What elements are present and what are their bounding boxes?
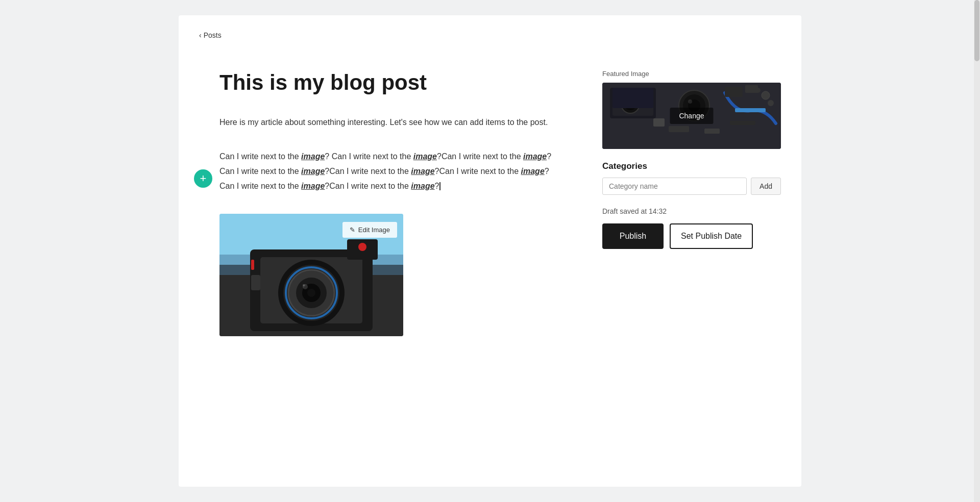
post-body-text[interactable]: Can I write next to the image? Can I wri…	[219, 149, 582, 193]
post-embedded-image: ✎ Edit Image	[219, 214, 403, 336]
publish-actions-row: Publish Set Publish Date	[602, 223, 781, 249]
image-link-8[interactable]: image	[411, 182, 434, 190]
edit-image-button[interactable]: ✎ Edit Image	[342, 222, 397, 238]
set-publish-date-button[interactable]: Set Publish Date	[670, 223, 753, 249]
image-link-3[interactable]: image	[523, 152, 547, 161]
svg-point-22	[624, 98, 636, 110]
svg-point-36	[688, 99, 692, 104]
image-link-4[interactable]: image	[301, 167, 325, 175]
back-link-label: Posts	[204, 31, 222, 39]
publish-button[interactable]: Publish	[602, 223, 664, 249]
svg-rect-35	[745, 85, 758, 93]
svg-rect-34	[725, 87, 743, 97]
svg-point-31	[762, 91, 770, 99]
featured-image-container: Change	[602, 83, 781, 149]
image-link-5[interactable]: image	[411, 167, 434, 175]
draft-status-text: Draft saved at 14:32	[602, 207, 781, 215]
add-category-button[interactable]: Add	[751, 178, 781, 195]
featured-image-label: Featured Image	[602, 70, 781, 78]
back-chevron-icon: ‹	[199, 31, 202, 39]
edit-image-label: Edit Image	[358, 226, 390, 234]
image-link-2[interactable]: image	[413, 152, 437, 161]
sidebar-panel: Featured Image	[602, 70, 781, 338]
svg-rect-28	[704, 129, 720, 134]
pencil-icon: ✎	[350, 226, 355, 234]
image-link-7[interactable]: image	[301, 182, 325, 190]
category-name-input[interactable]	[602, 178, 747, 195]
post-title[interactable]: This is my blog post	[219, 70, 582, 95]
add-block-button[interactable]: +	[194, 169, 212, 188]
featured-image-section: Featured Image	[602, 70, 781, 149]
svg-rect-29	[730, 121, 755, 125]
scrollbar[interactable]	[974, 0, 980, 502]
categories-input-row: Add	[602, 178, 781, 195]
scrollbar-thumb[interactable]	[974, 0, 979, 61]
image-link-6[interactable]: image	[521, 167, 545, 175]
svg-point-33	[768, 100, 774, 106]
svg-point-12	[303, 284, 305, 286]
svg-point-23	[628, 102, 633, 107]
svg-rect-27	[669, 126, 689, 132]
change-featured-image-button[interactable]: Change	[670, 108, 713, 124]
svg-rect-17	[251, 275, 260, 290]
svg-rect-14	[251, 260, 254, 270]
svg-point-21	[621, 95, 640, 113]
svg-rect-30	[653, 118, 665, 127]
categories-section: Categories Add	[602, 161, 781, 195]
post-intro-paragraph[interactable]: Here is my article about something inter…	[219, 116, 582, 129]
svg-point-10	[307, 289, 315, 297]
back-to-posts-link[interactable]: ‹ Posts	[199, 31, 222, 39]
svg-point-16	[358, 243, 366, 251]
categories-title: Categories	[602, 161, 781, 171]
image-link-1[interactable]: image	[301, 152, 325, 161]
text-cursor	[439, 182, 440, 190]
